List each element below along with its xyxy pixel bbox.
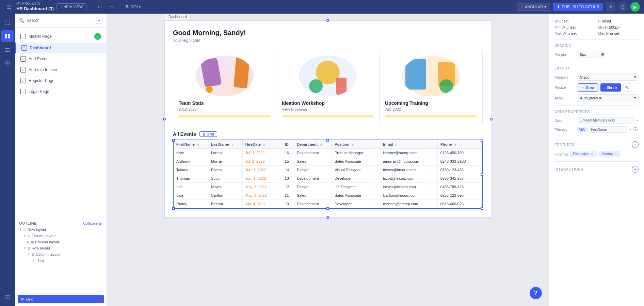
sidebar-icon-layers[interactable] (1, 44, 14, 56)
collapse-all-button[interactable]: Collapse all (83, 221, 102, 225)
page-icon: □ (20, 89, 26, 94)
sidebar-icon-assets[interactable] (1, 57, 14, 69)
grid-button[interactable]: ⊞ Grid (18, 295, 104, 303)
cell-extra4 (475, 191, 482, 200)
canvas-handle-left[interactable] (163, 118, 166, 120)
table-row[interactable]: Anthony Murray Jul. 1, 2022 15 Sales Sal… (174, 157, 482, 166)
cell-email: lnewis@hrcorp.com (380, 183, 431, 191)
position-select[interactable]: Static ▾ (578, 74, 639, 81)
remove-excel-button[interactable]: ✕ (591, 152, 594, 156)
remove-sorting-button[interactable]: ✕ (614, 152, 617, 156)
sidebar-icon-components[interactable] (1, 30, 14, 42)
margin-input[interactable] (578, 51, 598, 58)
grid-col-icon2: ⊞ (31, 240, 34, 244)
page-label: Add Event (29, 57, 47, 61)
publish-button[interactable]: ⬆ PUBLISH TO GITHUB (553, 3, 603, 11)
cell-dept: Development (294, 200, 332, 208)
table-row[interactable]: Kate Lorenz Jul. 1, 2022 16 Development … (174, 149, 482, 157)
add-page-button[interactable]: + (96, 17, 102, 24)
outline-item-col3[interactable]: ▼ ⊞ Column layout (15, 251, 107, 257)
sidebar-icon-pages[interactable] (1, 16, 14, 29)
handle-tc[interactable] (326, 139, 329, 142)
page-item-addevent[interactable]: □ Add Event (15, 53, 107, 64)
col-extra2 (373, 140, 380, 149)
angular-badge[interactable]: A ANGULAR ▾ (517, 3, 550, 11)
page-item-dashboard[interactable]: □ Dashboard (15, 43, 107, 53)
cell-extra2 (373, 149, 380, 157)
margin-row: Margin ⛓ (554, 51, 639, 58)
add-interaction-button[interactable]: + (632, 166, 639, 173)
handle-bl[interactable] (172, 207, 175, 210)
resize-edit-button[interactable]: ✎ (623, 83, 631, 92)
zoom-control[interactable]: 🔍 67% ▾ (125, 5, 141, 9)
cell-lastname: Bettam (208, 200, 243, 208)
outline-item-col2[interactable]: ▶ ⊞ Column layout (15, 239, 107, 245)
canvas-handle-right[interactable] (490, 118, 493, 120)
cell-id: 12 (282, 183, 294, 191)
page-item-register[interactable]: □ Register Page (15, 75, 107, 86)
table-row[interactable]: Lisa Carlton May. 3, 2022 11 Sales Sales… (174, 191, 482, 200)
cell-phone: 0966-341-257 (437, 174, 475, 183)
search-input[interactable] (27, 18, 94, 23)
cell-firstname: Lisa (174, 191, 208, 200)
handle-tl[interactable] (172, 139, 175, 142)
handle-mr[interactable] (481, 173, 483, 176)
primary-key-group: ABC FirstName ▾ ⓘ (577, 126, 639, 133)
cell-dept: Development (294, 149, 332, 157)
all-events-header: All Events ⊞ Grid (173, 131, 483, 137)
grow-button[interactable]: ↔ Grow (578, 83, 598, 92)
outline-item-col1[interactable]: ▼ ⊞ Column layout (15, 233, 107, 239)
icon-sidebar (0, 14, 15, 306)
add-feature-button[interactable]: + (632, 141, 639, 148)
redo-button[interactable]: ↪ (107, 2, 117, 12)
menu-icon[interactable]: ☰ (4, 2, 14, 12)
sidebar-icon-history[interactable] (1, 291, 14, 303)
cell-email: trivers@hrcorp.com (380, 166, 431, 174)
margin-link-button[interactable]: ⛓ (599, 51, 606, 58)
publish-dropdown-button[interactable]: ▾ (606, 2, 615, 12)
cell-email: lcarlton@hrcorp.com (380, 191, 431, 200)
canvas-handle-top[interactable] (326, 19, 329, 22)
handle-bc[interactable] (326, 207, 329, 210)
min-width-cell: Min W unset (554, 25, 595, 29)
canvas-handle-bottom[interactable] (326, 216, 329, 219)
handle-tr[interactable] (481, 139, 483, 142)
table-row[interactable]: Leif Newis May. 3, 2022 12 Design UX Des… (174, 183, 482, 191)
cell-id: 14 (282, 166, 294, 174)
page-item-addrole[interactable]: □ Add role to user (15, 64, 107, 75)
help-button[interactable]: ? (530, 287, 542, 299)
card-training: Upcoming Training July 2022 (380, 50, 482, 123)
shrink-button[interactable]: ↕ Shrink (600, 83, 621, 92)
grid-col-icon: ⊞ (28, 234, 30, 238)
feature-tag-excel[interactable]: Excel-style ✕ (570, 151, 597, 157)
share-button[interactable]: ⟨⟩ (618, 2, 628, 12)
outline-item-row[interactable]: ▼ ⊞ Row layout (15, 227, 107, 233)
new-view-button[interactable]: + NEW VIEW (57, 3, 86, 10)
col-id: ID (282, 140, 294, 149)
primary-info-button[interactable]: ⓘ (632, 127, 639, 133)
cell-extra1 (275, 174, 282, 183)
align-select[interactable]: Auto (default) ▾ (578, 94, 639, 101)
outline-item-title[interactable]: T Title (15, 257, 107, 263)
table-row[interactable]: Thomas Scott Jun. 1, 2022 13 Development… (174, 174, 482, 183)
svg-rect-3 (5, 36, 7, 38)
width-cell: W unset (554, 19, 595, 23)
outline-header: OUTLINE Collapse all (15, 220, 107, 227)
page-item-login[interactable]: □ Login Page (15, 86, 107, 97)
cell-extra1 (275, 183, 282, 191)
divider5 (554, 161, 639, 162)
outline-item-row2[interactable]: ▼ ⊞ Row layout (15, 245, 107, 251)
cell-email: klorenz@hrcorp.com (380, 149, 431, 157)
feature-tag-sorting[interactable]: Sorting ✕ (599, 151, 620, 157)
cell-extra3 (431, 174, 437, 183)
bottom-grid-area: ⊞ Grid (15, 292, 107, 306)
table-row[interactable]: Tatiana Rivers Jun. 1, 2022 14 Design Vi… (174, 166, 482, 174)
cell-dept: Design (294, 166, 332, 174)
page-label: Add role to user (29, 67, 58, 72)
undo-button[interactable]: ↩ (95, 2, 104, 12)
play-button[interactable]: ▶ (630, 2, 640, 12)
dashboard-greeting: Good Morning, Sandy! (173, 29, 483, 37)
page-item-master[interactable]: □ Master Page ✓ (15, 30, 107, 43)
interactions-header: INTERACTIONS + (554, 166, 639, 173)
handle-br[interactable] (481, 207, 483, 210)
